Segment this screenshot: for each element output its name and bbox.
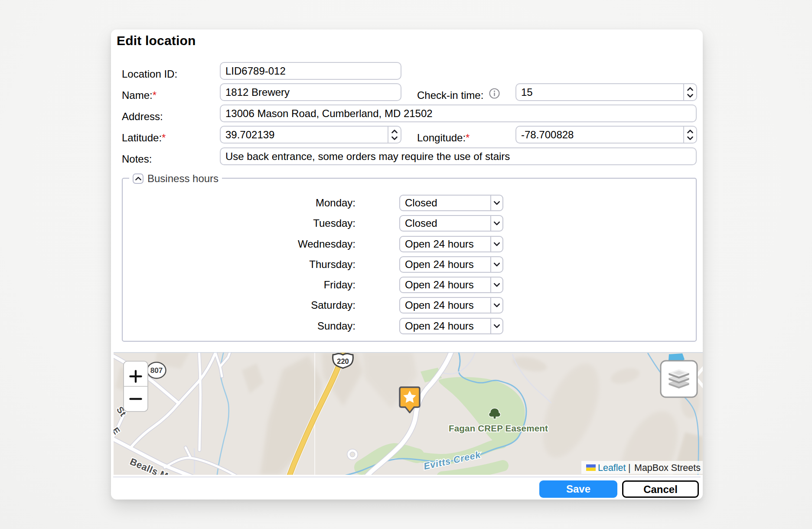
svg-text:|: | [628, 463, 631, 473]
svg-text:807: 807 [150, 366, 163, 375]
svg-text:220: 220 [337, 357, 349, 365]
svg-text:MapBox Streets: MapBox Streets [634, 463, 701, 473]
svg-text:Leaflet: Leaflet [598, 463, 626, 473]
svg-text:Fagan CREP Easement: Fagan CREP Easement [449, 423, 548, 433]
